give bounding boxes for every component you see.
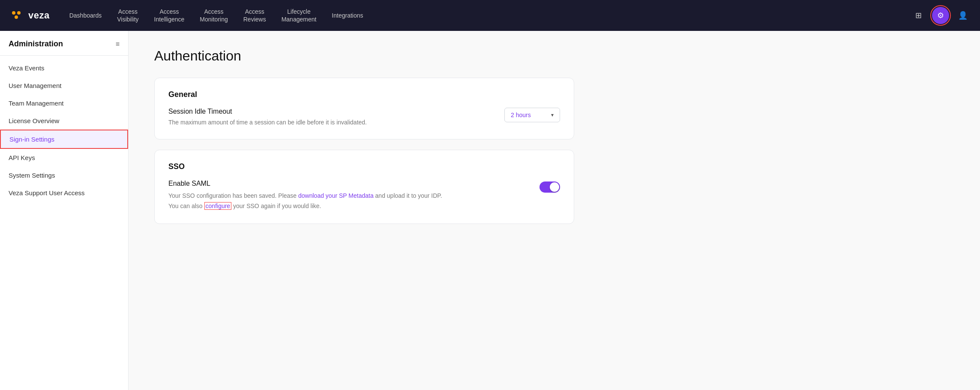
nav-right-icons: ⊞ ⚙ 👤	[910, 7, 971, 24]
nav-access-monitoring[interactable]: Access Monitoring	[193, 4, 234, 27]
sso-desc-part4: your SSO again if you would like.	[231, 203, 321, 209]
sso-desc-part3: You can also	[168, 203, 204, 209]
sidebar-item-sign-in-settings[interactable]: Sign-in Settings	[0, 130, 128, 149]
svg-point-1	[17, 11, 21, 15]
sso-card: SSO Enable SAML Your SSO configuration h…	[154, 150, 574, 224]
configure-sso-link[interactable]: configure	[204, 202, 232, 210]
top-nav: veza Dashboards Access Visibility Access…	[0, 0, 980, 31]
toggle-knob	[550, 182, 559, 192]
user-icon-button[interactable]: 👤	[954, 7, 971, 24]
page-title: Authentication	[154, 48, 954, 64]
svg-point-2	[15, 15, 18, 19]
logo-text: veza	[28, 10, 50, 21]
chevron-down-icon: ▾	[551, 112, 554, 118]
catalog-icon: ⊞	[915, 11, 922, 20]
sidebar: Administration ≡ Veza Events User Manage…	[0, 31, 129, 390]
enable-saml-toggle-control	[539, 180, 560, 193]
session-idle-timeout-info: Session Idle Timeout The maximum amount …	[168, 108, 496, 127]
enable-saml-row: Enable SAML Your SSO configuration has b…	[168, 180, 560, 212]
sidebar-item-system-settings[interactable]: System Settings	[0, 166, 128, 184]
sidebar-item-veza-events[interactable]: Veza Events	[0, 59, 128, 77]
sidebar-item-license-overview[interactable]: License Overview	[0, 112, 128, 130]
sso-section-title: SSO	[168, 162, 560, 171]
svg-point-0	[12, 11, 15, 15]
sidebar-item-user-management[interactable]: User Management	[0, 77, 128, 94]
sidebar-header: Administration ≡	[0, 39, 128, 56]
nav-access-visibility[interactable]: Access Visibility	[110, 4, 145, 27]
main-layout: Administration ≡ Veza Events User Manage…	[0, 31, 980, 390]
dropdown-value: 2 hours	[511, 112, 531, 118]
user-icon: 👤	[958, 11, 968, 20]
enable-saml-info: Enable SAML Your SSO configuration has b…	[168, 180, 531, 212]
catalog-icon-button[interactable]: ⊞	[910, 7, 927, 24]
session-idle-timeout-row: Session Idle Timeout The maximum amount …	[168, 108, 560, 127]
nav-access-intelligence[interactable]: Access Intelligence	[147, 4, 192, 27]
hamburger-icon[interactable]: ≡	[116, 40, 120, 48]
main-content: Authentication General Session Idle Time…	[129, 31, 980, 390]
nav-integrations[interactable]: Integrations	[325, 8, 370, 23]
download-sp-metadata-link[interactable]: download your SP Metadata	[298, 192, 374, 199]
nav-dashboards[interactable]: Dashboards	[63, 8, 109, 23]
session-idle-timeout-control: 2 hours ▾	[504, 108, 560, 122]
general-card: General Session Idle Timeout The maximum…	[154, 78, 574, 139]
logo[interactable]: veza	[9, 8, 50, 23]
sso-desc-part1: Your SSO configuration has been saved. P…	[168, 192, 298, 199]
nav-items: Dashboards Access Visibility Access Inte…	[63, 4, 910, 27]
sidebar-title: Administration	[9, 39, 63, 48]
sidebar-item-team-management[interactable]: Team Management	[0, 94, 128, 112]
sidebar-item-veza-support-user-access[interactable]: Veza Support User Access	[0, 184, 128, 202]
veza-logo-icon	[9, 8, 24, 23]
sso-description: Your SSO configuration has been saved. P…	[168, 191, 531, 212]
sso-desc-part2: and upload it to your IDP.	[374, 192, 442, 199]
gear-icon: ⚙	[937, 11, 944, 20]
session-idle-timeout-label: Session Idle Timeout	[168, 108, 496, 115]
nav-lifecycle-management[interactable]: Lifecycle Management	[275, 4, 324, 27]
enable-saml-label: Enable SAML	[168, 180, 531, 187]
general-section-title: General	[168, 90, 560, 99]
enable-saml-toggle[interactable]	[539, 181, 560, 193]
session-idle-timeout-dropdown[interactable]: 2 hours ▾	[504, 108, 560, 122]
settings-icon-button[interactable]: ⚙	[932, 7, 949, 24]
nav-access-reviews[interactable]: Access Reviews	[237, 4, 273, 27]
session-idle-timeout-description: The maximum amount of time a session can…	[168, 118, 391, 127]
sidebar-item-api-keys[interactable]: API Keys	[0, 149, 128, 166]
